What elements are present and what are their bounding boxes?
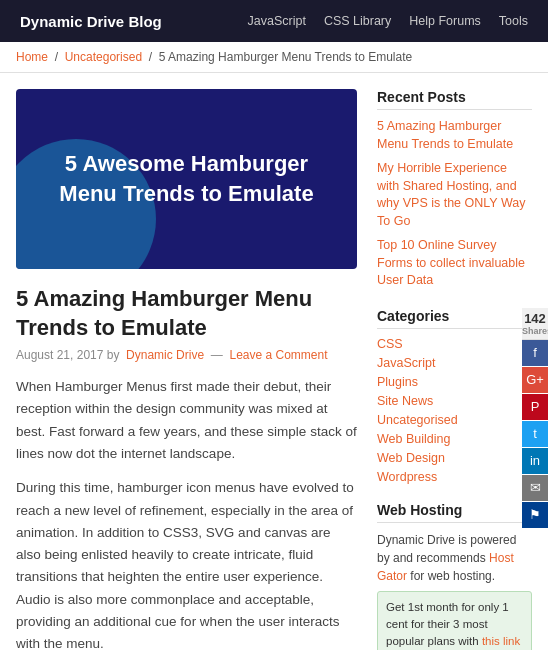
article-author-link[interactable]: Dynamic Drive [126, 348, 204, 362]
share-googleplus-button[interactable]: G+ [522, 367, 548, 393]
hero-image: 5 Awesome Hamburger Menu Trends to Emula… [16, 89, 357, 269]
category-wordpress[interactable]: Wordpress [377, 470, 532, 484]
breadcrumb-home[interactable]: Home [16, 50, 48, 64]
breadcrumb-current: 5 Amazing Hamburger Menu Trends to Emula… [159, 50, 412, 64]
article-date: August 21, 2017 by [16, 348, 119, 362]
category-plugins[interactable]: Plugins [377, 375, 532, 389]
category-uncategorised[interactable]: Uncategorised [377, 413, 532, 427]
host-gator-link[interactable]: Host Gator [377, 551, 514, 583]
nav-css-library[interactable]: CSS Library [324, 14, 391, 28]
nav-help-forums[interactable]: Help Forums [409, 14, 481, 28]
share-twitter-button[interactable]: t [522, 421, 548, 447]
breadcrumb: Home / Uncategorised / 5 Amazing Hamburg… [0, 42, 548, 73]
sidebar: Recent Posts 5 Amazing Hamburger Menu Tr… [377, 89, 532, 650]
share-facebook-button[interactable]: f [522, 340, 548, 366]
main-content: 5 Awesome Hamburger Menu Trends to Emula… [16, 89, 377, 650]
category-css[interactable]: CSS [377, 337, 532, 351]
category-site-news[interactable]: Site News [377, 394, 532, 408]
share-label: Shares [522, 326, 548, 336]
recent-post-2[interactable]: My Horrible Experience with Shared Hosti… [377, 160, 532, 230]
categories-section: Categories CSS JavaScript Plugins Site N… [377, 308, 532, 484]
nav-tools[interactable]: Tools [499, 14, 528, 28]
share-count: 142 Shares [522, 308, 548, 340]
recent-posts-title: Recent Posts [377, 89, 532, 110]
article-comment-link[interactable]: Leave a Comment [229, 348, 327, 362]
main-nav: JavaScript CSS Library Help Forums Tools [248, 14, 528, 28]
article-paragraph-2: During this time, hamburger icon menus h… [16, 477, 357, 650]
recent-posts-section: Recent Posts 5 Amazing Hamburger Menu Tr… [377, 89, 532, 290]
site-header: Dynamic Drive Blog JavaScript CSS Librar… [0, 0, 548, 42]
hosting-offer-1: Get 1st month for only 1 cent for their … [377, 591, 532, 651]
categories-title: Categories [377, 308, 532, 329]
share-linkedin-button[interactable]: in [522, 448, 548, 474]
page-layout: 5 Awesome Hamburger Menu Trends to Emula… [0, 73, 548, 650]
hosting-title: Web Hosting [377, 502, 532, 523]
category-web-building[interactable]: Web Building [377, 432, 532, 446]
recent-post-1[interactable]: 5 Amazing Hamburger Menu Trends to Emula… [377, 118, 532, 153]
article-title: 5 Amazing Hamburger Menu Trends to Emula… [16, 285, 357, 342]
nav-javascript[interactable]: JavaScript [248, 14, 306, 28]
hero-title: 5 Awesome Hamburger Menu Trends to Emula… [16, 149, 357, 208]
hosting-offer-1-link[interactable]: this link [482, 635, 520, 647]
share-bookmark-button[interactable]: ⚑ [522, 502, 548, 528]
article-meta: August 21, 2017 by Dynamic Drive — Leave… [16, 348, 357, 362]
site-logo: Dynamic Drive Blog [20, 13, 162, 30]
breadcrumb-category[interactable]: Uncategorised [65, 50, 142, 64]
recent-post-3[interactable]: Top 10 Online Survey Forms to collect in… [377, 237, 532, 290]
hosting-description: Dynamic Drive is powered by and recommen… [377, 531, 532, 585]
share-bar: 142 Shares f G+ P t in ✉ ⚑ [522, 308, 548, 529]
share-pinterest-button[interactable]: P [522, 394, 548, 420]
article-paragraph-1: When Hamburger Menus first made their de… [16, 376, 357, 465]
article-body: When Hamburger Menus first made their de… [16, 376, 357, 650]
category-web-design[interactable]: Web Design [377, 451, 532, 465]
hosting-section: Web Hosting Dynamic Drive is powered by … [377, 502, 532, 651]
category-javascript[interactable]: JavaScript [377, 356, 532, 370]
share-email-button[interactable]: ✉ [522, 475, 548, 501]
